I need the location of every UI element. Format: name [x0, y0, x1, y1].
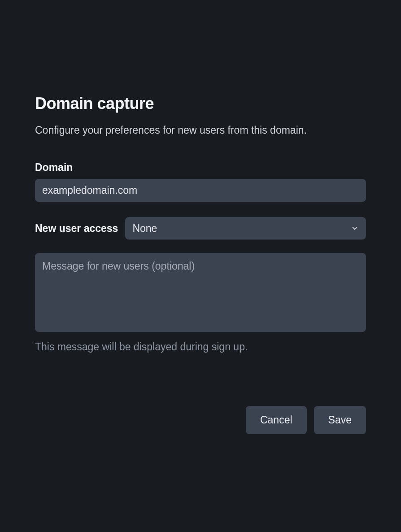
access-field-group: New user access None	[35, 217, 366, 240]
page-title: Domain capture	[35, 94, 366, 113]
save-button[interactable]: Save	[314, 406, 366, 434]
access-select-wrapper: None	[125, 217, 366, 240]
access-label: New user access	[35, 222, 118, 235]
button-row: Cancel Save	[35, 406, 366, 434]
message-textarea[interactable]	[35, 253, 366, 332]
domain-input[interactable]	[35, 179, 366, 202]
domain-capture-form: Domain capture Configure your preference…	[35, 94, 366, 434]
page-subtitle: Configure your preferences for new users…	[35, 123, 366, 137]
message-helper-text: This message will be displayed during si…	[35, 341, 366, 353]
cancel-button[interactable]: Cancel	[246, 406, 307, 434]
access-select[interactable]: None	[125, 217, 366, 240]
domain-field-group: Domain	[35, 161, 366, 202]
message-field-group: This message will be displayed during si…	[35, 253, 366, 353]
domain-label: Domain	[35, 161, 366, 174]
